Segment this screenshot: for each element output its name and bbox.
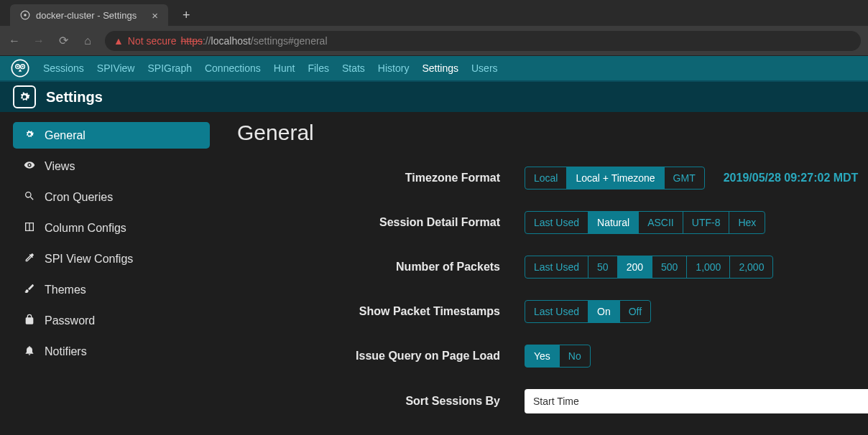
setting-session-detail: Session Detail Format Last UsedNaturalAS…: [237, 211, 868, 234]
topnav-item-spiview[interactable]: SPIView: [97, 62, 135, 74]
browser-tab[interactable]: docker-cluster - Settings ×: [10, 4, 168, 26]
svg-point-1: [24, 14, 27, 17]
option-button[interactable]: Hex: [729, 211, 765, 234]
setting-num-packets: Number of Packets Last Used502005001,000…: [237, 256, 868, 279]
setting-packet-timestamps: Show Packet Timestamps Last UsedOnOff: [237, 300, 868, 323]
tab-title: docker-cluster - Settings: [36, 10, 137, 21]
sidebar-item-cron-queries[interactable]: Cron Queries: [13, 184, 210, 210]
topnav-item-users[interactable]: Users: [471, 62, 498, 74]
setting-timezone: Timezone Format LocalLocal + TimezoneGMT…: [237, 167, 868, 190]
sidebar-item-label: General: [45, 129, 86, 142]
option-button[interactable]: Last Used: [525, 256, 588, 279]
topnav-item-sessions[interactable]: Sessions: [43, 62, 84, 74]
topnav-item-settings[interactable]: Settings: [422, 62, 458, 74]
page-title: Settings: [46, 89, 103, 106]
option-button[interactable]: 200: [617, 256, 652, 279]
svg-point-6: [22, 66, 23, 67]
svg-point-2: [11, 60, 28, 76]
option-button[interactable]: GMT: [664, 167, 705, 190]
forward-icon[interactable]: →: [32, 34, 46, 47]
columns-icon: [23, 221, 36, 235]
topnav-item-history[interactable]: History: [378, 62, 410, 74]
tab-favicon-icon: [20, 10, 30, 20]
page-header: Settings: [0, 80, 868, 112]
cog-icon: [23, 128, 36, 142]
sidebar-item-label: Cron Queries: [45, 191, 113, 204]
topnav-item-stats[interactable]: Stats: [342, 62, 365, 74]
warning-icon: ▲: [114, 35, 124, 47]
sidebar-item-label: Themes: [45, 284, 86, 296]
sidebar-item-column-configs[interactable]: Column Configs: [13, 215, 210, 241]
setting-label: Session Detail Format: [237, 216, 525, 229]
topnav-item-files[interactable]: Files: [308, 62, 329, 74]
option-button[interactable]: Last Used: [525, 300, 588, 323]
option-button[interactable]: On: [588, 300, 620, 323]
url-text: https://localhost/settings#general: [181, 35, 328, 47]
sidebar-item-views[interactable]: Views: [13, 153, 210, 179]
timezone-options: LocalLocal + TimezoneGMT: [525, 167, 705, 190]
owl-logo-icon[interactable]: [10, 58, 30, 78]
home-icon[interactable]: ⌂: [80, 34, 95, 47]
browser-toolbar: ← → ⟳ ⌂ ▲ Not secure https://localhost/s…: [0, 26, 868, 56]
back-icon[interactable]: ←: [7, 34, 22, 47]
sidebar-item-password[interactable]: Password: [13, 307, 210, 334]
setting-sort-by: Sort Sessions By: [237, 389, 868, 413]
num-packets-options: Last Used502005001,0002,000: [525, 256, 773, 279]
option-button[interactable]: 50: [588, 256, 618, 279]
topnav-item-spigraph[interactable]: SPIGraph: [147, 62, 191, 74]
setting-label: Issue Query on Page Load: [237, 350, 525, 362]
option-button[interactable]: ASCII: [638, 211, 683, 234]
timestamp-display: 2019/05/28 09:27:02 MDT: [724, 172, 859, 184]
option-button[interactable]: 500: [652, 256, 687, 279]
sidebar-item-general[interactable]: General: [13, 122, 210, 149]
main-area: GeneralViewsCron QueriesColumn ConfigsSP…: [0, 112, 868, 435]
search-icon: [23, 190, 36, 204]
content-title: General: [237, 121, 868, 145]
eye-icon: [23, 159, 36, 173]
session-detail-options: Last UsedNaturalASCIIUTF-8Hex: [525, 211, 765, 234]
new-tab-button[interactable]: +: [177, 5, 196, 26]
option-button[interactable]: Local: [525, 167, 567, 190]
sidebar-item-spi-view-configs[interactable]: SPI View Configs: [13, 245, 210, 272]
option-button[interactable]: Yes: [525, 345, 560, 368]
option-button[interactable]: 2,000: [729, 256, 773, 279]
issue-query-options: YesNo: [525, 345, 591, 368]
setting-label: Number of Packets: [237, 261, 525, 273]
app-topnav: SessionsSPIViewSPIGraphConnectionsHuntFi…: [0, 56, 868, 80]
sidebar-item-label: Password: [45, 314, 95, 327]
svg-point-5: [17, 66, 18, 67]
setting-label: Timezone Format: [237, 172, 525, 184]
dropper-icon: [23, 252, 36, 266]
setting-label: Show Packet Timestamps: [237, 305, 525, 318]
url-bar[interactable]: ▲ Not secure https://localhost/settings#…: [105, 31, 861, 51]
packet-timestamps-options: Last UsedOnOff: [525, 300, 651, 323]
sidebar-item-label: Column Configs: [45, 222, 126, 235]
option-button[interactable]: Natural: [588, 211, 639, 234]
sort-sessions-select[interactable]: [525, 389, 868, 413]
sidebar: GeneralViewsCron QueriesColumn ConfigsSP…: [0, 112, 223, 435]
option-button[interactable]: Off: [619, 300, 651, 323]
bell-icon: [23, 345, 36, 358]
setting-issue-query: Issue Query on Page Load YesNo: [237, 345, 868, 368]
option-button[interactable]: Local + Timezone: [566, 167, 664, 190]
option-button[interactable]: No: [559, 345, 591, 368]
setting-label: Sort Sessions By: [237, 395, 525, 408]
reload-icon[interactable]: ⟳: [56, 34, 70, 47]
brush-icon: [23, 283, 36, 296]
sidebar-item-label: Views: [45, 160, 75, 173]
option-button[interactable]: UTF-8: [683, 211, 730, 234]
topnav-item-hunt[interactable]: Hunt: [274, 62, 295, 74]
option-button[interactable]: Last Used: [525, 211, 588, 234]
close-icon[interactable]: ×: [152, 9, 158, 22]
lock-icon: [23, 314, 36, 327]
topnav-item-connections[interactable]: Connections: [205, 62, 261, 74]
sidebar-item-themes[interactable]: Themes: [13, 276, 210, 303]
sidebar-item-label: SPI View Configs: [45, 253, 133, 266]
browser-tab-strip: docker-cluster - Settings × +: [0, 0, 868, 26]
sidebar-item-notifiers[interactable]: Notifiers: [13, 338, 210, 365]
sidebar-item-label: Notifiers: [45, 345, 87, 358]
gear-icon: [13, 85, 36, 108]
option-button[interactable]: 1,000: [686, 256, 730, 279]
not-secure-label: Not secure: [128, 35, 177, 47]
content: General Timezone Format LocalLocal + Tim…: [223, 112, 868, 435]
